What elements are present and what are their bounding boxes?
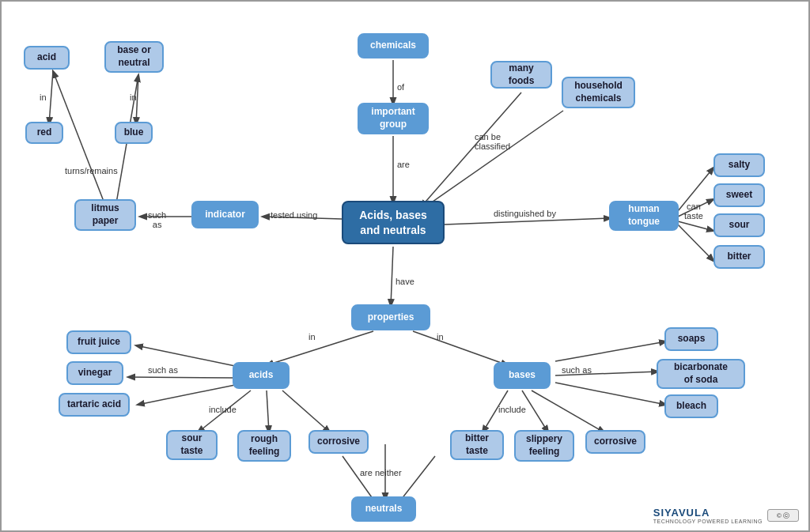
siyavula-name: SIYAVULA	[653, 507, 763, 519]
sour-label: sour	[729, 219, 749, 232]
svg-line-22	[267, 391, 269, 432]
bleach-node: bleach	[664, 394, 718, 418]
label-distinguished-by: distinguished by	[494, 209, 556, 218]
base-neutral-node: base orneutral	[104, 41, 164, 73]
salty-label: salty	[729, 159, 750, 172]
soaps-label: soaps	[678, 333, 706, 345]
sour-taste-label: sourtaste	[180, 432, 202, 457]
svg-line-8	[678, 224, 713, 261]
corrosive-right-label: corrosive	[594, 436, 637, 448]
fruit-juice-node: fruit juice	[66, 330, 131, 354]
svg-line-18	[136, 345, 239, 367]
main-node: Acids, basesand neutrals	[342, 201, 445, 244]
label-such-as-bases: such as	[562, 365, 592, 375]
svg-line-3	[425, 111, 563, 207]
cc-license-badge: © ⓒ	[767, 509, 799, 522]
properties-node: properties	[351, 304, 430, 330]
sweet-label: sweet	[726, 189, 752, 202]
bicarbonate-label: bicarbonateof soda	[674, 361, 728, 386]
main-node-label: Acids, basesand neutrals	[359, 208, 427, 236]
indicator-node: indicator	[191, 201, 259, 228]
svg-line-7	[678, 221, 713, 231]
base-neutral-label: base orneutral	[117, 44, 151, 69]
label-can-taste: cantaste	[684, 202, 703, 221]
svg-line-15	[391, 247, 393, 306]
properties-label: properties	[368, 311, 414, 324]
bicarbonate-node: bicarbonateof soda	[657, 359, 745, 389]
many-foods-node: manyfoods	[490, 61, 552, 89]
blue-node: blue	[115, 122, 153, 144]
tartaric-acid-label: tartaric acid	[67, 398, 121, 411]
svg-line-13	[49, 71, 53, 124]
household-chemicals-label: householdchemicals	[574, 80, 623, 104]
label-turns-remains: turns/remains	[65, 166, 118, 175]
label-in-red: in	[40, 92, 47, 102]
label-include-acids: include	[209, 405, 237, 414]
bitter-label: bitter	[728, 251, 751, 263]
indicator-label: indicator	[205, 209, 245, 221]
corrosive-left-node: corrosive	[308, 430, 369, 454]
corrosive-right-node: corrosive	[585, 430, 645, 454]
siyavula-tagline: TECHNOLOGY POWERED LEARNING	[653, 519, 763, 524]
label-such-as-ind: suchas	[148, 210, 166, 229]
sour-taste-node: sourtaste	[166, 430, 218, 460]
svg-line-20	[138, 384, 239, 405]
bases-node: bases	[494, 362, 551, 389]
important-group-label: importantgroup	[371, 106, 414, 130]
neutrals-label: neutrals	[365, 503, 403, 515]
label-include-bases: include	[498, 405, 526, 414]
acid-label: acid	[37, 51, 56, 64]
svg-line-24	[555, 341, 666, 361]
human-tongue-label: humantongue	[628, 203, 660, 228]
bitter-taste-label: bittertaste	[465, 432, 489, 457]
litmus-paper-node: litmuspaper	[74, 199, 136, 231]
label-of: of	[397, 82, 404, 92]
corrosive-left-label: corrosive	[317, 436, 360, 448]
vinegar-label: vinegar	[78, 367, 112, 379]
slippery-feeling-node: slipperyfeeling	[514, 430, 574, 462]
litmus-paper-label: litmuspaper	[91, 202, 119, 227]
siyavula-logo: SIYAVULA TECHNOLOGY POWERED LEARNING	[653, 507, 763, 524]
label-in-acids: in	[308, 332, 316, 341]
acid-node: acid	[24, 46, 70, 70]
rough-feeling-label: roughfeeling	[249, 433, 280, 458]
label-in-blue: in	[130, 92, 137, 102]
svg-line-31	[343, 456, 373, 500]
rough-feeling-node: roughfeeling	[237, 430, 291, 462]
branding-area: SIYAVULA TECHNOLOGY POWERED LEARNING © ⓒ	[653, 507, 799, 524]
acids-node: acids	[233, 362, 290, 389]
household-chemicals-node: householdchemicals	[562, 77, 635, 108]
svg-line-23	[282, 391, 330, 432]
svg-line-28	[522, 391, 548, 432]
concept-map-diagram: Acids, basesand neutrals chemicals impor…	[0, 0, 810, 532]
sweet-node: sweet	[713, 183, 765, 207]
bases-label: bases	[509, 369, 536, 382]
slippery-feeling-label: slipperyfeeling	[526, 433, 562, 458]
many-foods-label: manyfoods	[509, 62, 535, 87]
svg-line-26	[555, 383, 666, 405]
human-tongue-node: humantongue	[609, 201, 679, 231]
vinegar-node: vinegar	[66, 361, 123, 385]
red-node: red	[25, 122, 63, 144]
bitter-node: bitter	[713, 245, 765, 269]
tartaric-acid-node: tartaric acid	[59, 393, 130, 417]
label-in-bases: in	[437, 332, 444, 341]
svg-line-17	[413, 331, 508, 365]
label-are-neither: are neither	[360, 468, 402, 477]
label-are-top: are	[397, 160, 410, 169]
svg-line-16	[267, 331, 373, 365]
salty-node: salty	[713, 153, 765, 177]
blue-label: blue	[124, 126, 144, 139]
fruit-juice-label: fruit juice	[78, 336, 120, 349]
soaps-node: soaps	[664, 327, 718, 351]
svg-line-4	[445, 218, 611, 224]
label-can-be-classified: can beclassified	[475, 132, 510, 151]
bitter-taste-node: bittertaste	[450, 430, 504, 460]
red-label: red	[37, 126, 52, 139]
neutrals-node: neutrals	[351, 496, 416, 522]
label-have: have	[396, 277, 414, 286]
svg-line-32	[401, 456, 435, 500]
connector-lines	[2, 2, 810, 532]
svg-line-19	[128, 377, 239, 378]
sour-node: sour	[713, 213, 765, 237]
